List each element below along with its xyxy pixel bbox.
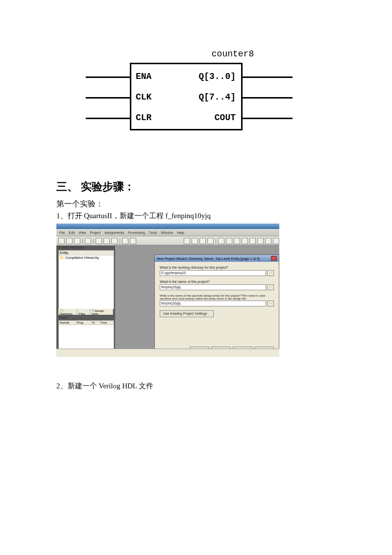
- menu-help[interactable]: Help: [177, 231, 184, 234]
- menu-view[interactable]: View: [78, 231, 86, 234]
- menu-project[interactable]: Project: [90, 231, 100, 234]
- col-prog: Prog..: [76, 321, 91, 325]
- pin-label-clk: CLK: [136, 92, 151, 102]
- directory-input[interactable]: E:\yjq\fenpinq10: [160, 270, 266, 276]
- tool-icon[interactable]: [242, 238, 248, 244]
- tool-icon[interactable]: [273, 238, 279, 244]
- block-title: counter8: [130, 49, 336, 59]
- titlebar: [56, 224, 279, 229]
- project-navigator-label: Project Navigator: [58, 246, 85, 249]
- status-label: Status: [58, 316, 68, 319]
- browse-button[interactable]: ...: [267, 301, 274, 306]
- quartus-screenshot: File Edit View Project Assignments Proce…: [56, 224, 279, 357]
- tool-icon[interactable]: [192, 238, 198, 244]
- menu-tools[interactable]: Tools: [149, 231, 157, 234]
- menubar: File Edit View Project Assignments Proce…: [56, 229, 279, 236]
- pin-line-ena: [86, 76, 130, 78]
- col-module: Module: [59, 321, 76, 325]
- bottom-panel: [56, 349, 279, 357]
- pin-line-clk: [86, 97, 130, 99]
- subheading-1: 第一个实验：: [56, 199, 336, 209]
- q2-label: What is the name of this project?: [160, 280, 274, 283]
- tool-icon[interactable]: [218, 238, 224, 244]
- entity-name-input[interactable]: fenpinq10yjq: [160, 301, 266, 306]
- use-existing-button[interactable]: Use Existing Project Settings ..: [160, 310, 214, 317]
- project-name-input[interactable]: fenpinq10yjq: [160, 284, 266, 290]
- pin-label-clr: CLR: [136, 113, 151, 123]
- menu-window[interactable]: Window: [161, 231, 173, 234]
- tool-icon[interactable]: [184, 238, 190, 244]
- project-navigator-panel: Entity 📁 Compilation Hierarchy: [58, 250, 114, 309]
- dialog-titlebar: New Project Wizard: Directory, Name, Top…: [155, 255, 279, 262]
- tool-icon[interactable]: [226, 238, 232, 244]
- tool-icon[interactable]: [199, 238, 206, 244]
- tool-icon[interactable]: [265, 238, 271, 244]
- tool-icon[interactable]: [207, 238, 214, 244]
- menu-processing[interactable]: Processing: [128, 231, 145, 234]
- tab-hierarchy[interactable]: 📋Hierarchy: [58, 309, 77, 315]
- cut-icon[interactable]: [96, 238, 102, 244]
- block-diagram: counter8 ENA Q[3..0] CLK Q[7..4] CLR COU…: [86, 49, 336, 136]
- tool-icon[interactable]: [257, 238, 264, 244]
- tab-design-units[interactable]: 🔧Design Units: [90, 309, 113, 315]
- undo-icon[interactable]: [122, 238, 128, 244]
- redo-icon[interactable]: [130, 238, 136, 244]
- q3-label: What is the name of the top-level design…: [160, 294, 274, 300]
- menu-edit[interactable]: Edit: [69, 231, 74, 234]
- menu-assignments[interactable]: Assignments: [104, 231, 124, 234]
- pin-line-clr: [86, 118, 130, 119]
- tab-files[interactable]: 📄Files: [77, 309, 90, 315]
- pin-line-q30: [243, 76, 293, 78]
- pn-header: Entity: [59, 251, 114, 255]
- save-icon[interactable]: [74, 238, 80, 244]
- col-time: Time: [99, 321, 114, 325]
- copy-icon[interactable]: [103, 238, 110, 244]
- pin-line-q74: [243, 97, 293, 99]
- browse-button[interactable]: ...: [267, 270, 274, 276]
- browse-button[interactable]: ...: [267, 284, 274, 290]
- q1-label: What is the working directory for this p…: [160, 266, 274, 269]
- new-icon[interactable]: [58, 238, 65, 244]
- pn-tabs: 📋Hierarchy 📄Files 🔧Design Units: [58, 309, 113, 315]
- paste-icon[interactable]: [111, 238, 118, 244]
- pn-item[interactable]: 📁 Compilation Hierarchy: [59, 255, 114, 260]
- new-project-wizard-dialog: New Project Wizard: Directory, Name, Top…: [154, 254, 279, 357]
- col-pct: %: [91, 321, 99, 325]
- close-icon[interactable]: ×: [271, 256, 277, 261]
- open-icon[interactable]: [66, 238, 73, 244]
- status-panel: Module Prog.. % Time: [58, 320, 114, 352]
- step-2: 2、新建一个 Verilog HDL 文件: [56, 381, 336, 391]
- tool-icon[interactable]: [234, 238, 240, 244]
- step-1: 1、打开 QuartusII，新建一个工程 f_fenpinq10yjq: [56, 211, 336, 221]
- menu-file[interactable]: File: [59, 231, 65, 234]
- pin-label-ena: ENA: [136, 72, 151, 81]
- section-heading: 三、 实验步骤：: [56, 179, 336, 194]
- pin-label-q74: Q[7..4]: [198, 92, 236, 102]
- pin-label-cout: COUT: [215, 113, 236, 123]
- dialog-title-text: New Project Wizard: Directory, Name, Top…: [157, 257, 260, 260]
- pin-label-q30: Q[3..0]: [198, 72, 236, 81]
- caption-area: [56, 156, 336, 175]
- print-icon[interactable]: [85, 238, 91, 244]
- tool-icon[interactable]: [249, 238, 256, 244]
- pin-line-cout: [243, 118, 293, 119]
